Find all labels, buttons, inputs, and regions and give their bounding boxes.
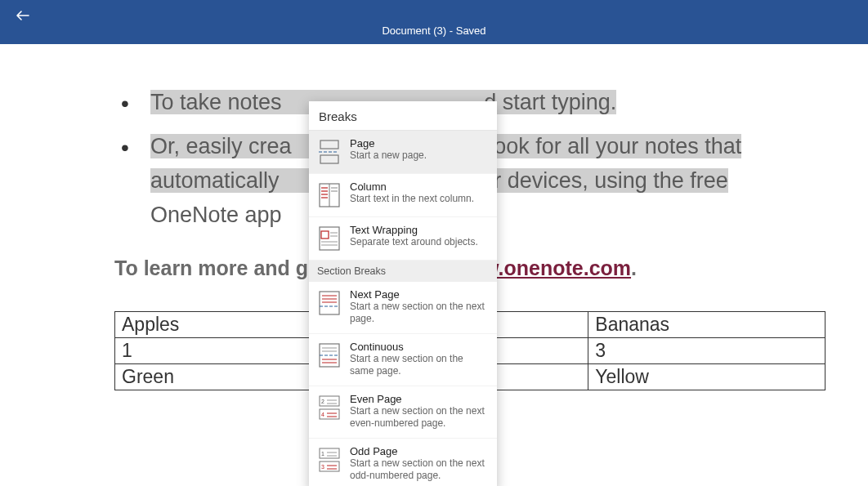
- odd-page-icon: 13: [317, 447, 342, 473]
- svg-text:3: 3: [321, 464, 324, 470]
- option-desc: Start a new section on the next page.: [350, 301, 489, 325]
- option-desc: Start text in the next column.: [350, 193, 474, 205]
- option-title: Continuous: [350, 341, 489, 353]
- dropdown-header: Breaks: [309, 101, 497, 131]
- breaks-option-column[interactable]: Column Start text in the next column.: [309, 174, 497, 217]
- back-button[interactable]: [15, 7, 31, 24]
- column-break-icon: [317, 182, 342, 208]
- option-desc: Start a new section on the next odd-numb…: [350, 457, 489, 482]
- table-cell[interactable]: Bananas: [588, 312, 825, 338]
- breaks-option-evenpage[interactable]: 24 Even Page Start a new section on the …: [309, 386, 497, 439]
- option-title: Page: [350, 137, 427, 149]
- selected-text: automatically: [150, 168, 280, 193]
- dropdown-section-label: Section Breaks: [309, 261, 497, 282]
- breaks-option-textwrapping[interactable]: Text Wrapping Separate text around objec…: [309, 217, 497, 261]
- svg-rect-11: [321, 231, 329, 239]
- svg-text:4: 4: [321, 412, 324, 417]
- table-cell[interactable]: Yellow: [588, 364, 825, 390]
- selected-text: To take notes: [150, 90, 282, 114]
- option-desc: Start a new page.: [350, 149, 427, 162]
- option-desc: Separate text around objects.: [350, 236, 478, 248]
- body-text: OneNote app: [150, 203, 282, 227]
- app-header: Document (3) - Saved: [0, 0, 868, 44]
- continuous-icon: [317, 342, 342, 368]
- svg-rect-0: [320, 140, 338, 149]
- selected-text: ook for all your notes that: [494, 134, 741, 158]
- selected-text: r devices, using the free: [494, 168, 728, 193]
- svg-text:2: 2: [321, 399, 324, 404]
- option-desc: Start a new section on the same page.: [350, 353, 489, 377]
- option-title: Even Page: [350, 393, 489, 405]
- table-cell[interactable]: 3: [588, 338, 825, 364]
- even-page-icon: 24: [317, 395, 342, 421]
- option-title: Column: [350, 181, 474, 193]
- selected-text: d start typing.: [484, 90, 616, 114]
- document-title: Document (3) - Saved: [0, 25, 868, 37]
- breaks-option-page[interactable]: Page Start a new page.: [309, 131, 497, 174]
- breaks-option-continuous[interactable]: Continuous Start a new section on the sa…: [309, 334, 497, 386]
- option-title: Next Page: [350, 288, 489, 301]
- svg-text:1: 1: [321, 451, 324, 457]
- next-page-icon: [317, 290, 342, 316]
- page-break-icon: [317, 139, 342, 165]
- option-desc: Start a new section on the next even-num…: [350, 405, 489, 430]
- breaks-dropdown: Breaks Page Start a new page. Column Sta…: [309, 101, 497, 486]
- svg-rect-16: [320, 292, 339, 314]
- svg-rect-1: [320, 155, 338, 163]
- option-title: Odd Page: [350, 445, 489, 457]
- selected-text: Or, easily crea: [150, 134, 292, 158]
- text-wrapping-icon: [317, 225, 342, 252]
- breaks-option-nextpage[interactable]: Next Page Start a new section on the nex…: [309, 282, 497, 334]
- option-title: Text Wrapping: [350, 224, 478, 236]
- breaks-option-oddpage[interactable]: 13 Odd Page Start a new section on the n…: [309, 439, 497, 486]
